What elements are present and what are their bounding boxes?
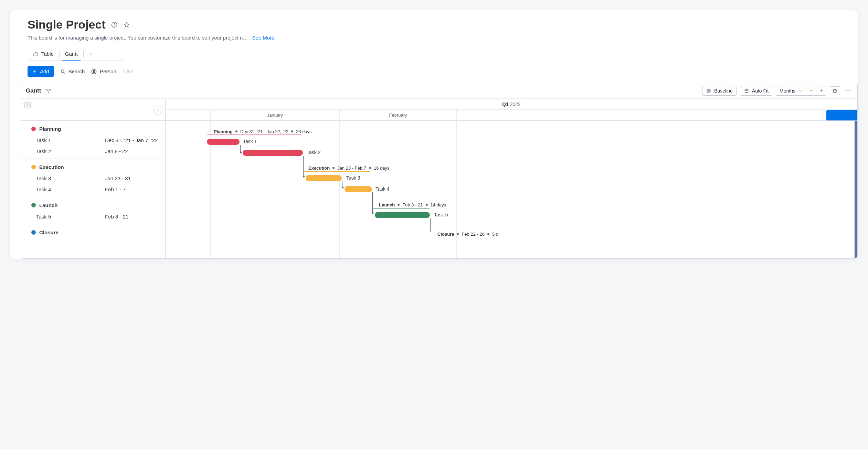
task-bar-label: Task 2	[307, 150, 320, 155]
home-icon	[33, 51, 39, 57]
svg-rect-22	[834, 89, 836, 90]
group-summary-bar[interactable]	[303, 171, 370, 172]
task-row[interactable]: Task 2 Jan 8 - 22	[21, 146, 165, 157]
zoom-out-button[interactable]	[806, 86, 816, 96]
task-bar[interactable]	[375, 212, 430, 218]
autofit-label: Auto Fit	[752, 88, 769, 94]
task-bar-label: Task 4	[375, 186, 389, 192]
task-date: Jan 8 - 22	[105, 148, 128, 154]
plus-icon	[32, 69, 37, 74]
baseline-label: Baseline	[714, 88, 733, 94]
quarter-label: Q12022	[166, 99, 857, 110]
task-bar[interactable]	[306, 175, 342, 181]
person-button[interactable]: Person	[91, 68, 116, 75]
group-planning[interactable]: Planning Task 1 Dec 31, '21 - Jan 7, '22…	[21, 121, 165, 159]
task-bar-label: Task 3	[346, 175, 360, 181]
svg-rect-15	[745, 89, 748, 93]
task-bar[interactable]	[207, 139, 240, 145]
chevrons-icon	[26, 104, 29, 107]
task-row[interactable]: Task 4 Feb 1 - 7	[21, 184, 165, 195]
filter-button[interactable]: Filter	[123, 68, 134, 74]
group-summary-label: Closure Feb 22 - 26 5 d	[437, 231, 498, 237]
person-icon	[91, 68, 97, 75]
chevron-down-icon	[798, 89, 802, 93]
tab-table[interactable]: Table	[28, 47, 59, 60]
minus-icon	[809, 88, 814, 93]
see-more-link[interactable]: See More	[252, 35, 275, 41]
plus-icon	[88, 52, 93, 56]
group-summary-bar[interactable]	[373, 208, 430, 209]
group-summary-label: Planning Dec 31, '21 - Jan 22, '22 23 da…	[214, 128, 312, 135]
task-name: Task 1	[36, 137, 105, 143]
svg-line-9	[63, 72, 65, 73]
month-spacer	[456, 110, 857, 121]
autofit-button[interactable]: Auto Fit	[740, 86, 772, 96]
tab-gantt[interactable]: Gantt	[60, 47, 83, 60]
task-name: Task 4	[36, 186, 105, 192]
search-icon	[60, 69, 66, 74]
month-label: January	[210, 110, 339, 121]
svg-point-11	[93, 70, 95, 72]
task-row[interactable]: Task 3 Jan 23 - 31	[21, 173, 165, 184]
group-summary-bar[interactable]	[207, 135, 301, 135]
filter-label: Filter	[123, 68, 134, 74]
svg-point-24	[848, 90, 848, 91]
task-bar-label: Task 1	[243, 139, 257, 144]
current-date-indicator	[826, 110, 857, 120]
save-icon	[833, 88, 837, 93]
baseline-button[interactable]: Baseline	[702, 86, 737, 96]
month-label: February	[339, 110, 456, 121]
range-label: Months	[780, 88, 795, 94]
page-title: Single Project	[28, 18, 106, 31]
chevron-left-icon	[156, 108, 160, 112]
zoom-in-button[interactable]	[816, 86, 826, 96]
group-summary-label: Execution Jan 23 - Feb 7 16 days	[308, 165, 390, 171]
add-tab-button[interactable]	[84, 48, 98, 60]
tab-gantt-label: Gantt	[65, 51, 78, 57]
star-icon[interactable]	[123, 21, 130, 29]
search-label: Search	[68, 68, 85, 74]
filter-icon[interactable]	[46, 88, 51, 94]
task-date: Jan 23 - 31	[105, 175, 131, 181]
task-row[interactable]: Task 1 Dec 31, '21 - Jan 7, '22	[21, 135, 165, 146]
person-label: Person	[100, 68, 116, 74]
scrollbar[interactable]	[855, 121, 857, 258]
plus-icon	[819, 88, 824, 93]
group-name: Planning	[39, 126, 61, 132]
more-menu-button[interactable]	[844, 86, 853, 95]
task-bar[interactable]	[243, 150, 303, 156]
gantt-title: Gantt	[26, 87, 41, 94]
search-button[interactable]: Search	[60, 68, 85, 74]
task-date: Feb 1 - 7	[105, 186, 126, 192]
collapse-sidebar-button[interactable]	[154, 106, 162, 115]
svg-rect-14	[707, 91, 711, 92]
group-name: Closure	[39, 229, 59, 235]
baseline-icon	[706, 88, 711, 93]
group-color-dot	[31, 230, 36, 235]
gantt-chart[interactable]: Planning Dec 31, '21 - Jan 22, '22 23 da…	[166, 121, 857, 258]
svg-point-23	[846, 90, 847, 91]
group-color-dot	[31, 127, 36, 131]
export-button[interactable]	[830, 86, 840, 95]
tab-table-label: Table	[41, 51, 54, 57]
board-description: This board is for managing a single proj…	[28, 35, 248, 41]
svg-rect-13	[707, 89, 711, 90]
calendar-icon	[744, 88, 749, 93]
collapse-all-button[interactable]	[24, 102, 31, 108]
add-button[interactable]: Add	[28, 66, 54, 77]
group-name: Launch	[39, 202, 57, 208]
task-row[interactable]: Task 5 Feb 8 - 21	[21, 211, 165, 222]
group-closure[interactable]: Closure	[21, 224, 165, 240]
range-select[interactable]: Months	[776, 86, 806, 96]
month-spacer	[166, 110, 210, 121]
info-icon[interactable]	[110, 21, 118, 29]
add-button-label: Add	[40, 68, 49, 74]
dots-icon	[845, 88, 851, 94]
group-name: Execution	[39, 164, 64, 170]
task-name: Task 3	[36, 175, 105, 181]
task-bar[interactable]	[345, 186, 372, 192]
group-launch[interactable]: Launch Task 5 Feb 8 - 21	[21, 197, 165, 224]
task-name: Task 5	[36, 214, 105, 220]
group-execution[interactable]: Execution Task 3 Jan 23 - 31 Task 4 Feb …	[21, 159, 165, 197]
task-name: Task 2	[36, 148, 105, 154]
